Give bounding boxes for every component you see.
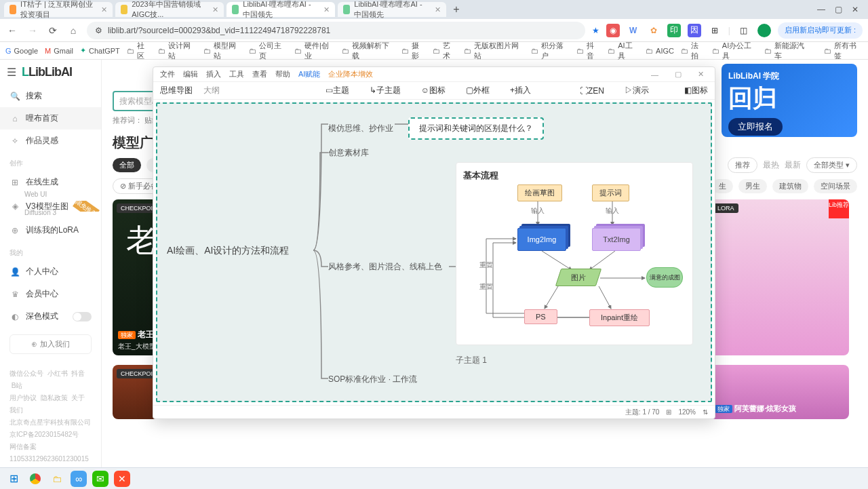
branch-node[interactable]: 创意素材库 (328, 147, 369, 159)
sidebar-item-lora[interactable]: ⊕训练我的LoRA (0, 219, 101, 241)
bookmark-folder[interactable]: 🗀法拍 (681, 41, 705, 61)
branch-node[interactable]: 风格参考、图片混合、线稿上色 (328, 261, 442, 273)
flow-node-result[interactable]: 满意的成图 (646, 267, 683, 288)
filter-chip-all[interactable]: 全部 (113, 158, 141, 172)
browser-tab[interactable]: LiblibAI·哩布哩布AI - 中国领先✕ (338, 2, 446, 17)
profile-icon[interactable] (757, 24, 771, 37)
bookmark-folder[interactable]: 🗀视频解析下载 (342, 41, 395, 61)
ext-icon[interactable]: W (627, 24, 640, 37)
sidebar-item-dark[interactable]: ◐深色模式 (0, 305, 101, 328)
bookmark-folder[interactable]: 🗀新能源汽车 (764, 41, 810, 61)
site-logo[interactable]: LLibLibAI (22, 65, 72, 79)
tool-topic[interactable]: ▭主题 (326, 85, 349, 96)
sidebar-item-online[interactable]: ⊞在线生成 (0, 171, 101, 193)
puzzle-icon[interactable]: ⊞ (708, 24, 722, 37)
sidebar-item-inspire[interactable]: ✧作品灵感 (0, 130, 101, 152)
start-icon[interactable]: ⊞ (5, 471, 22, 487)
filter-chip[interactable]: 建筑物 (772, 179, 808, 193)
ext-icon[interactable]: ◉ (606, 24, 620, 37)
selected-leaf-node[interactable]: 提示词和关键词的区别是什么？ (408, 117, 544, 140)
xmind-icon[interactable]: ✕ (114, 471, 130, 487)
sidebar-item-home[interactable]: ⌂哩布首页 (0, 107, 101, 130)
sidebar-item-member[interactable]: ♛会员中心 (0, 283, 101, 305)
close-icon[interactable]: ✕ (101, 5, 107, 14)
flow-node-ps[interactable]: PS (524, 309, 557, 324)
bookmark-item[interactable]: MGmail (45, 47, 73, 55)
flow-node-img2img[interactable]: Img2Img (517, 228, 566, 251)
tab-mindmap[interactable]: 思维导图 (160, 85, 193, 96)
bookmark-item[interactable]: ✦ChatGPT (80, 46, 120, 55)
close-icon[interactable]: ✕ (323, 5, 330, 14)
close-icon[interactable]: ✕ (694, 70, 708, 79)
model-card[interactable]: LORA Lib推荐 (709, 199, 849, 355)
filter-chip[interactable]: 空间场景 (814, 179, 857, 193)
tool-zen[interactable]: ⛶ZEN (580, 86, 604, 96)
menu-view[interactable]: 查看 (252, 69, 267, 79)
menu-insert[interactable]: 插入 (206, 69, 221, 79)
new-tab-button[interactable]: + (449, 2, 464, 17)
update-button[interactable]: 启用新启动即可更新 : (778, 22, 863, 39)
close-icon[interactable]: ✕ (212, 5, 218, 14)
minimize-icon[interactable]: — (817, 5, 825, 14)
mindmap-canvas[interactable]: AI绘画、AI设计的方法和流程 模仿思维、抄作业 创意素材库 风格参考、图片混合… (156, 102, 712, 402)
tab-outline[interactable]: 大纲 (203, 85, 220, 96)
browser-tab[interactable]: 2023年中国营销领域AIGC技...✕ (115, 2, 224, 17)
sort-tab[interactable]: 最热 (763, 159, 779, 171)
browser-tab[interactable]: IT桔子 | 泛互联网创业投资项目✕ (4, 2, 113, 17)
sidebar-item-search[interactable]: 🔍搜索 (0, 85, 101, 107)
bookmark-folder[interactable]: 🗀积分落户 (531, 41, 570, 61)
bookmark-folder[interactable]: 🗀社区 (127, 41, 151, 61)
ext-icon[interactable]: ✿ (647, 24, 660, 37)
sidebar-item-v3[interactable]: ◈V3模型生图限免推荐 (0, 201, 101, 212)
zoom-level[interactable]: 120% (678, 408, 696, 416)
tool-present[interactable]: ▷演示 (625, 85, 649, 96)
banner-cta[interactable]: 立即报名 (728, 118, 783, 136)
zoom-stepper-icon[interactable]: ⇅ (703, 408, 708, 416)
model-card[interactable]: 独家 阿芙蕾娜·炫彩女孩 (709, 365, 849, 419)
bookmark-folder[interactable]: 🗀无版权图片网站 (464, 41, 524, 61)
app-icon[interactable]: ∞ (71, 471, 87, 487)
bookmark-folder[interactable]: 🗀模型网站 (203, 41, 242, 61)
map-icon[interactable]: ⊞ (666, 408, 671, 416)
menu-file[interactable]: 文件 (160, 69, 175, 79)
tool-boundary[interactable]: ▢外框 (466, 85, 490, 96)
forward-icon[interactable]: → (26, 24, 39, 37)
menu-tools[interactable]: 工具 (229, 69, 244, 79)
tool-icon[interactable]: ☺图标 (421, 85, 446, 96)
home-icon[interactable]: ⌂ (66, 24, 80, 37)
ext-icon[interactable]: 因 (688, 24, 701, 37)
promo-banner[interactable]: LibLibAI 学院 回归 立即报名 (722, 64, 857, 137)
star-icon[interactable]: ★ (592, 26, 599, 35)
sidebar-item-personal[interactable]: 👤个人中心 (0, 260, 101, 283)
branch-node[interactable]: SOP标准化作业 · 工作流 (328, 374, 417, 385)
sort-tab[interactable]: 最新 (785, 159, 801, 171)
close-window-icon[interactable]: ✕ (852, 5, 859, 14)
minimize-icon[interactable]: — (647, 71, 663, 79)
flow-node-image[interactable]: 图片 (555, 269, 601, 286)
subtopic-node[interactable]: 子主题 1 (456, 355, 487, 366)
bookmark-folder[interactable]: 🗀设计网站 (158, 41, 197, 61)
bookmark-folder[interactable]: 🗀AI办公工具 (712, 41, 757, 61)
dark-toggle[interactable] (73, 312, 92, 321)
site-info-icon[interactable]: ⚙ (95, 26, 102, 35)
maximize-icon[interactable]: ▢ (835, 5, 842, 14)
flowchart-box[interactable]: 基本流程 绘画草图 提示词 输入 输入 Img2Img Txt2Img 图片 (456, 162, 693, 345)
bookmark-folder[interactable]: 🗀摄影 (401, 41, 426, 61)
bookmark-folder[interactable]: 🗀抖音 (576, 41, 601, 61)
bookmark-folder[interactable]: 🗀硬件|创业 (294, 41, 335, 61)
menu-icon[interactable]: ☰ (7, 66, 16, 79)
menu-edit[interactable]: 编辑 (183, 69, 198, 79)
back-icon[interactable]: ← (5, 24, 19, 37)
url-input[interactable]: ⚙ liblib.art/?sourceId=000293&bd_vid=111… (87, 22, 585, 39)
branch-node[interactable]: 模仿思维、抄作业 (328, 123, 393, 134)
close-icon[interactable]: ✕ (435, 5, 441, 14)
flow-node-txt2img[interactable]: Txt2Img (592, 228, 641, 251)
maximize-icon[interactable]: ▢ (671, 70, 686, 79)
tool-sidebar[interactable]: ◧图标 (684, 85, 708, 96)
sort-tab[interactable]: 推荐 (728, 157, 757, 173)
side-panel-icon[interactable]: ◫ (737, 24, 751, 37)
flow-node-prompt[interactable]: 提示词 (592, 184, 629, 201)
flow-node-inpaint[interactable]: Inpaint重绘 (589, 309, 650, 326)
reload-icon[interactable]: ⟳ (46, 24, 60, 37)
explorer-icon[interactable]: 🗀 (49, 471, 65, 487)
